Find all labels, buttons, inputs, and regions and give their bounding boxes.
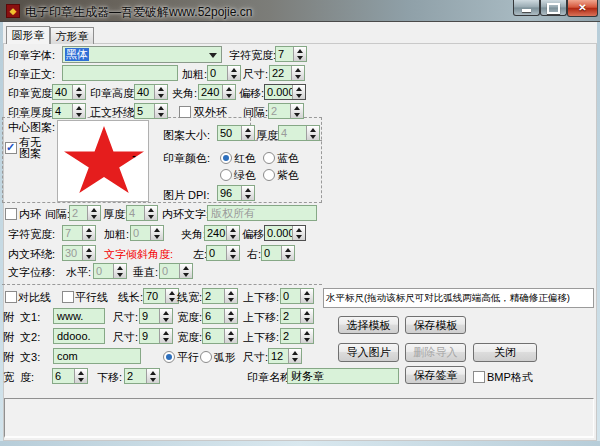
choose-template-button[interactable]: 选择模板 — [338, 316, 399, 334]
inner-ring-checkbox[interactable] — [5, 208, 17, 220]
parallel-radio[interactable] — [163, 351, 175, 363]
spinner-down-icon[interactable] — [160, 336, 172, 343]
tilt-left-value[interactable]: 0 — [207, 246, 226, 260]
spinner-up-icon[interactable] — [227, 226, 239, 233]
spinner-up-icon[interactable] — [293, 85, 305, 92]
line-length-value[interactable]: 70 — [144, 289, 165, 303]
spinner-down-icon[interactable] — [155, 111, 167, 118]
spinner-down-icon[interactable] — [291, 111, 303, 118]
seal-thickness-value[interactable]: 4 — [53, 104, 72, 118]
fuwen1-input[interactable]: www. — [53, 308, 105, 324]
line-updown-spinner[interactable]: 0 — [280, 288, 314, 304]
spinner-up-icon[interactable] — [145, 206, 157, 213]
fuwen2-size-spinner[interactable]: 9 — [139, 328, 173, 344]
shift-horizontal-value[interactable]: 0 — [94, 264, 113, 278]
spinner-up-icon[interactable] — [160, 329, 172, 336]
parallel-line-checkbox[interactable] — [62, 291, 74, 303]
text-wrap-spinner[interactable]: 5 — [134, 103, 168, 119]
spinner-up-icon[interactable] — [83, 226, 95, 233]
maximize-button[interactable] — [540, 0, 567, 16]
dpi-spinner[interactable]: 96 — [217, 185, 255, 201]
spinner-down-icon[interactable] — [73, 92, 85, 99]
inner-wrap-value[interactable]: 30 — [63, 246, 82, 260]
fuwen2-updown-value[interactable]: 2 — [281, 329, 300, 343]
seal-width-value[interactable]: 40 — [53, 85, 72, 99]
offset1-spinner[interactable]: 0.000 — [264, 84, 306, 100]
spinner-up-icon[interactable] — [227, 246, 239, 253]
spinner-down-icon[interactable] — [73, 111, 85, 118]
spinner-up-icon[interactable] — [151, 226, 163, 233]
spinner-buttons[interactable] — [306, 126, 319, 140]
spinner-buttons[interactable] — [222, 85, 235, 99]
spinner-down-icon[interactable] — [88, 213, 100, 220]
spinner-buttons[interactable] — [72, 85, 85, 99]
bmp-format-label[interactable]: BMP格式 — [487, 369, 533, 385]
spinner-down-icon[interactable] — [292, 73, 304, 80]
inner-thickness-value[interactable]: 4 — [127, 206, 144, 220]
inner-text-input[interactable]: 版权所有 — [207, 205, 317, 221]
double-ring-label[interactable]: 双外环 — [194, 104, 227, 120]
dpi-value[interactable]: 96 — [218, 186, 241, 200]
spinner-down-icon[interactable] — [83, 233, 95, 240]
line-length-spinner[interactable]: 70 — [143, 288, 179, 304]
spinner-down-icon[interactable] — [293, 92, 305, 99]
has-pattern-label-2[interactable]: 图案 — [19, 148, 41, 159]
fuwen2-input[interactable]: ddooo. — [53, 328, 105, 344]
spinner-buttons[interactable] — [159, 329, 172, 343]
gap1-spinner[interactable]: 2 — [268, 103, 304, 119]
has-pattern-checkbox[interactable] — [5, 142, 17, 154]
fuwen1-size-value[interactable]: 9 — [140, 309, 159, 323]
angle2-spinner[interactable]: 240 — [204, 225, 240, 241]
spinner-buttons[interactable] — [224, 289, 237, 303]
color-red-label[interactable]: 红色 — [234, 150, 256, 166]
spinner-down-icon[interactable] — [160, 316, 172, 323]
offset2-value[interactable]: 0.000 — [265, 226, 292, 240]
offset2-spinner[interactable]: 0.000 — [264, 225, 306, 241]
spinner-down-icon[interactable] — [225, 296, 237, 303]
spinner-up-icon[interactable] — [307, 126, 319, 133]
pattern-thickness-value[interactable]: 4 — [279, 126, 306, 140]
spinner-buttons[interactable] — [300, 289, 313, 303]
spinner-down-icon[interactable] — [301, 336, 313, 343]
spinner-buttons[interactable] — [159, 309, 172, 323]
seal-thickness-spinner[interactable]: 4 — [52, 103, 86, 119]
fuwen1-size-spinner[interactable]: 9 — [139, 308, 173, 324]
spinner-buttons[interactable] — [241, 126, 254, 140]
spinner-buttons[interactable] — [82, 226, 95, 240]
spinner-up-icon[interactable] — [301, 309, 313, 316]
spinner-up-icon[interactable] — [291, 104, 303, 111]
spinner-buttons[interactable] — [227, 66, 240, 80]
bold1-spinner[interactable]: 0 — [207, 65, 241, 81]
spinner-up-icon[interactable] — [282, 246, 294, 253]
inner-ring-label[interactable]: 内环 — [19, 206, 41, 222]
color-blue-label[interactable]: 蓝色 — [277, 150, 299, 166]
spinner-up-icon[interactable] — [73, 104, 85, 111]
spinner-up-icon[interactable] — [225, 309, 237, 316]
spinner-buttons[interactable] — [292, 226, 305, 240]
width-row-value[interactable]: 6 — [53, 369, 74, 383]
horizontal-ruler[interactable]: 水平标尺(拖动该标尺可对比弧线两端高低，精确修正偏移) — [323, 288, 594, 308]
spinner-buttons[interactable] — [224, 329, 237, 343]
fuwen3-size-spinner[interactable]: 12 — [268, 348, 302, 364]
line-width-spinner[interactable]: 2 — [202, 288, 238, 304]
inner-gap-spinner[interactable]: 2 — [69, 205, 101, 221]
spinner-down-icon[interactable] — [83, 253, 95, 260]
save-template-button[interactable]: 保存模板 — [405, 316, 466, 334]
pattern-size-spinner[interactable]: 50 — [217, 125, 255, 141]
spinner-up-icon[interactable] — [225, 289, 237, 296]
shift-horizontal-spinner[interactable]: 0 — [93, 263, 127, 279]
fuwen2-size-value[interactable]: 9 — [140, 329, 159, 343]
spinner-down-icon[interactable] — [223, 92, 235, 99]
spinner-down-icon[interactable] — [155, 92, 167, 99]
text-wrap-value[interactable]: 5 — [135, 104, 154, 118]
seal-text-input[interactable] — [62, 65, 178, 81]
angle1-value[interactable]: 240 — [199, 85, 222, 99]
down-shift-value[interactable]: 2 — [125, 369, 146, 383]
tab-square-seal[interactable]: 方形章 — [50, 27, 94, 44]
spinner-buttons[interactable] — [144, 206, 157, 220]
spinner-buttons[interactable] — [146, 369, 159, 383]
spinner-up-icon[interactable] — [223, 85, 235, 92]
contrast-line-checkbox[interactable] — [5, 291, 17, 303]
fuwen2-width-spinner[interactable]: 6 — [202, 328, 238, 344]
spinner-up-icon[interactable] — [160, 309, 172, 316]
